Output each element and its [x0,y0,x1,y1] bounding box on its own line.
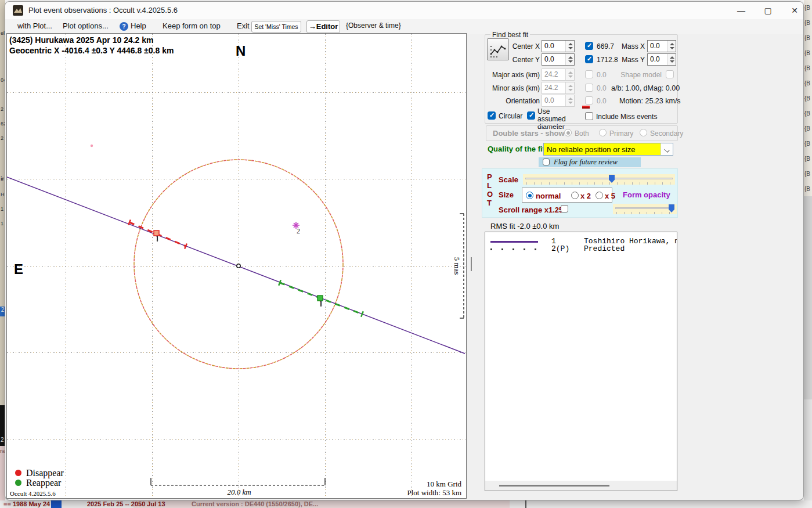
chevron-down-icon[interactable] [661,143,673,155]
center-x-label: Center X [499,42,540,51]
minor-axis-checkbox [585,84,593,92]
help-icon: ? [120,22,128,31]
use-assumed-checkbox[interactable] [527,111,535,120]
bg-fragment: {B [804,125,810,132]
menu-observer-time[interactable]: {Observer & time} [346,21,401,30]
version-label: Occult 4.2025.5.6 [10,490,56,497]
bg-text: 2025 Feb 25 -- 2050 Jul 13 [87,500,165,507]
bg-fragment: {B [804,186,810,192]
observer-name: Predicted [584,244,625,253]
size-x5-label: x 5 [605,192,615,200]
both-radio [564,129,572,136]
menu-exit[interactable]: Exit [237,21,250,30]
observer-number: 2(P) [551,244,569,253]
size-normal-label: normal [536,192,561,200]
fit-y-checkbox[interactable] [585,55,593,63]
scrollbar-thumb[interactable] [499,485,609,487]
observers-list[interactable]: 1 Toshihiro Horikawa, nea 2(P) Predicted [485,232,677,491]
mass-x-spinner[interactable]: 0.0 [647,40,676,52]
bg-lightgray-block [804,399,812,500]
center-x-spinner[interactable]: 0.0 [542,40,575,52]
both-label: Both [575,129,589,138]
menu-help[interactable]: Help [131,21,146,30]
scale-slider[interactable] [523,174,675,185]
plot-letter: T [487,199,492,207]
plot-area[interactable]: (3425) Hurukawa 2025 Apr 10 24.2 km Geoc… [6,33,467,499]
solid-line-swatch [490,241,538,243]
size-x2-radio[interactable] [571,192,579,199]
mass-x-label: Mass X [619,42,645,51]
disappear-legend-label: Disappear [26,468,64,478]
scroll-range-checkbox[interactable] [561,205,568,212]
menu-with-plot[interactable]: with Plot... [17,21,52,30]
mass-y-spinner[interactable]: 0.0 [647,53,676,66]
form-opacity-slider-thumb[interactable] [669,204,674,212]
bg-fragment: 1 [1,221,3,226]
observer-chord-line [7,177,465,354]
major-axis-label: Major axis (km) [485,71,540,79]
bg-fragment: {B [804,35,810,41]
circular-label: Circular [499,112,522,120]
size-x5-radio[interactable] [596,192,603,199]
green-chord-number: 1 [319,299,323,308]
app-icon [13,5,23,16]
red-underline-mark [582,106,590,109]
form-opacity-slider[interactable] [613,204,677,214]
menu-keep-on-top[interactable]: Keep form on top [163,21,221,30]
motion-text: Motion: 25.23 km/s [619,97,681,105]
circular-checkbox[interactable] [488,111,496,120]
grid-note: 10 km Grid Plot width: 53 km [407,480,461,497]
center-y-spinner[interactable]: 0.0 [542,53,575,66]
set-miss-times-button[interactable]: Set 'Miss' Times [251,21,301,33]
bg-divider [525,500,526,508]
bg-fragment: {B [804,171,810,177]
include-miss-checkbox[interactable] [585,112,593,120]
scale-slider-thumb[interactable] [609,175,615,183]
editor-button[interactable]: →Editor [306,20,340,33]
find-best-fit-label: Find best fit [490,31,530,39]
scale-label: Scale [499,175,518,184]
horizontal-scrollbar[interactable] [485,481,677,491]
include-miss-label: Include Miss events [596,113,657,121]
bg-fragment: {B [804,20,810,26]
red-chord-number: 1 [156,234,159,243]
major-axis-spinner: 24.2 [542,69,575,81]
screen: { "window": { "title": "Plot event obser… [0,0,812,508]
secondary-label: Secondary [650,129,683,138]
mas-scale-label: 5 mas [452,253,461,279]
shape-model-checkbox [666,70,674,78]
bg-blue-icon [51,500,62,508]
plot-letter: P [487,172,492,181]
list-item[interactable]: 2(P) Predicted [485,244,677,253]
splitter-handle[interactable] [471,257,472,271]
predicted-number: 2 [297,227,300,236]
reappear-tick [279,280,281,285]
quality-combo[interactable]: No reliable position or size [543,143,673,156]
bg-fragment: {B [804,50,810,56]
flag-review-checkbox[interactable] [543,158,550,165]
bg-fragment: 1 [1,206,3,212]
major-axis-checkbox [585,70,593,78]
occult-plot-window: Plot event observations : Occult v.4.202… [5,1,804,500]
bg-text: Current version : DE440 (1550/2650), DE.… [192,500,318,507]
menu-plot-options[interactable]: Plot options... [63,21,109,30]
bg-fragment: {B [804,110,810,117]
close-button[interactable]: ✕ [781,2,808,19]
secondary-radio [640,129,647,136]
size-x2-label: x 2 [580,192,591,200]
minor-axis-label: Minor axis (km) [485,84,540,92]
orientation-checkbox [585,96,593,105]
maximize-button[interactable]: ▢ [755,2,781,19]
fit-x-checkbox[interactable] [585,42,593,50]
reappear-tick [361,311,363,316]
size-normal-radio[interactable] [526,192,533,199]
reappear-legend-dot [15,480,21,486]
minimize-button[interactable]: — [728,2,755,19]
bg-fragment: ir [1,176,4,182]
plot-header: (3425) Hurukawa 2025 Apr 10 24.2 km Geoc… [9,35,174,56]
primary-radio [599,129,607,136]
menu-bar: with Plot... Plot options... ? Help Keep… [5,19,803,34]
disappear-tick [185,243,187,248]
reappear-legend-label: Reappear [26,478,61,488]
minor-point [91,145,93,147]
